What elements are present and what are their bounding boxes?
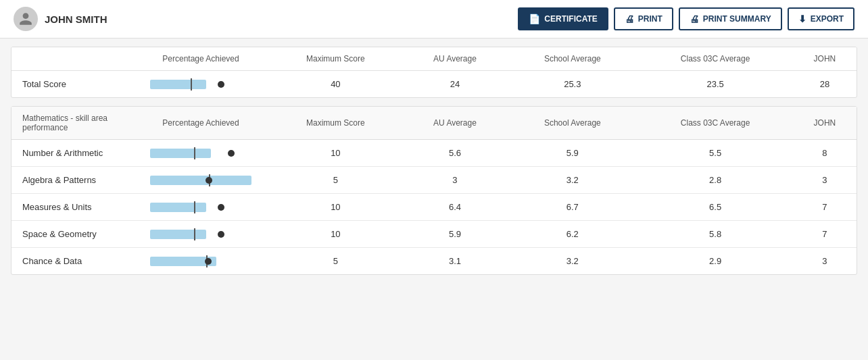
- total-bar: [150, 78, 251, 91]
- skill-au-avg: 3.1: [403, 248, 507, 275]
- total-john-col: JOHN: [793, 47, 857, 71]
- print-label: PRINT: [638, 14, 662, 24]
- skill-bar-marker: [194, 228, 195, 240]
- skill-bar-fill: [150, 203, 206, 212]
- skill-bar-dot: [218, 231, 224, 238]
- skill-john-score: 3: [793, 167, 857, 194]
- skill-john-score: 8: [793, 140, 857, 167]
- skill-bar: [150, 174, 251, 186]
- skill-class-avg: 6.5: [637, 194, 792, 221]
- toolbar-buttons: 📄 CERTIFICATE 🖨 PRINT 🖨 PRINT SUMMARY ⬇ …: [518, 7, 854, 30]
- total-school-avg: 25.3: [507, 71, 637, 98]
- certificate-icon: 📄: [529, 14, 540, 24]
- print-icon: 🖨: [625, 14, 634, 24]
- skill-bar-marker: [194, 147, 195, 159]
- skill-au-avg: 5.6: [403, 140, 507, 167]
- total-max-col: Maximum Score: [268, 47, 403, 71]
- skill-john-score: 7: [793, 194, 857, 221]
- skill-row: Chance & Data 5 3.1 3.2 2.9 3: [11, 248, 857, 275]
- skill-class-avg: 2.8: [637, 167, 792, 194]
- certificate-label: CERTIFICATE: [544, 14, 597, 24]
- skill-school-avg: 6.2: [507, 221, 637, 248]
- skill-bar: [150, 201, 251, 213]
- skill-label-col: Mathematics - skill area performance: [11, 107, 133, 140]
- skill-row: Measures & Units 10 6.4 6.7 6.5 7: [11, 194, 857, 221]
- skill-john-score: 3: [793, 248, 857, 275]
- skill-max-score: 10: [268, 221, 403, 248]
- export-label: EXPORT: [811, 14, 844, 24]
- skill-school-avg: 3.2: [507, 248, 637, 275]
- skill-au-avg: 6.4: [403, 194, 507, 221]
- skill-john-col: JOHN: [793, 107, 857, 140]
- total-header-row: Percentage Achieved Maximum Score AU Ave…: [11, 47, 857, 71]
- skill-bar-dot: [205, 258, 212, 265]
- print-summary-label: PRINT SUMMARY: [703, 14, 771, 24]
- skill-bar-fill: [150, 230, 206, 239]
- skill-class-avg: 5.5: [637, 140, 792, 167]
- skill-row: Algebra & Patterns 5 3 3.2 2.8 3: [11, 167, 857, 194]
- skill-max-score: 10: [268, 194, 403, 221]
- skill-row-label: Chance & Data: [11, 248, 133, 275]
- skill-row: Space & Geometry 10 5.9 6.2 5.8 7: [11, 221, 857, 248]
- skill-class-avg: 5.8: [637, 221, 792, 248]
- main-content: Percentage Achieved Maximum Score AU Ave…: [0, 38, 868, 291]
- skill-au-avg: 5.9: [403, 221, 507, 248]
- skill-au-col: AU Average: [403, 107, 507, 140]
- skill-row: Number & Arithmetic 10 5.6 5.9 5.5 8: [11, 140, 857, 167]
- skill-bar-dot: [218, 204, 224, 211]
- skill-bar-fill: [150, 176, 251, 185]
- skill-max-score: 10: [268, 140, 403, 167]
- skill-bar: [150, 228, 251, 240]
- certificate-button[interactable]: 📄 CERTIFICATE: [518, 7, 608, 30]
- total-bar-fill: [150, 80, 206, 89]
- total-class-col: Class 03C Average: [637, 47, 792, 71]
- total-school-col: School Average: [507, 47, 637, 71]
- total-label-col: [11, 47, 133, 71]
- skill-row-label: Measures & Units: [11, 194, 133, 221]
- total-bar-cell: [133, 71, 268, 98]
- total-class-avg: 23.5: [637, 71, 792, 98]
- skill-bar-dot: [206, 177, 212, 184]
- skill-row-label: Space & Geometry: [11, 221, 133, 248]
- skill-bar-cell: [133, 221, 268, 248]
- total-john-score: 28: [793, 71, 857, 98]
- total-pct-col: Percentage Achieved: [133, 47, 268, 71]
- total-au-col: AU Average: [403, 47, 507, 71]
- skill-bar-marker: [194, 201, 195, 213]
- total-score-section: Percentage Achieved Maximum Score AU Ave…: [11, 47, 857, 98]
- user-name: JOHN SMITH: [45, 14, 107, 25]
- skill-max-score: 5: [268, 248, 403, 275]
- skill-pct-col: Percentage Achieved: [133, 107, 268, 140]
- skill-school-avg: 5.9: [507, 140, 637, 167]
- skill-bar-cell: [133, 248, 268, 275]
- skill-school-avg: 6.7: [507, 194, 637, 221]
- export-button[interactable]: ⬇ EXPORT: [788, 7, 854, 30]
- skill-class-col: Class 03C Average: [637, 107, 792, 140]
- skill-row-label: Algebra & Patterns: [11, 167, 133, 194]
- user-icon: [18, 11, 33, 26]
- skill-area-table: Mathematics - skill area performance Per…: [11, 107, 857, 274]
- total-bar-dot: [218, 81, 224, 88]
- skill-school-col: School Average: [507, 107, 637, 140]
- skill-bar-cell: [133, 140, 268, 167]
- skill-bar-fill: [150, 149, 211, 158]
- export-icon: ⬇: [798, 14, 806, 24]
- skill-bar: [150, 147, 251, 159]
- user-info: JOHN SMITH: [14, 7, 107, 31]
- print-button[interactable]: 🖨 PRINT: [614, 7, 673, 30]
- skill-school-avg: 3.2: [507, 167, 637, 194]
- print-summary-button[interactable]: 🖨 PRINT SUMMARY: [679, 7, 782, 30]
- skill-bar-dot: [228, 150, 235, 157]
- skill-area-section: Mathematics - skill area performance Per…: [11, 106, 857, 275]
- skill-bar-cell: [133, 194, 268, 221]
- skill-max-col: Maximum Score: [268, 107, 403, 140]
- total-score-row: Total Score 40 24 25.3 23.5 28: [11, 71, 857, 98]
- skill-row-label: Number & Arithmetic: [11, 140, 133, 167]
- total-score-label: Total Score: [11, 71, 133, 98]
- skill-header-row: Mathematics - skill area performance Per…: [11, 107, 857, 140]
- skill-au-avg: 3: [403, 167, 507, 194]
- skill-bar-cell: [133, 167, 268, 194]
- skill-john-score: 7: [793, 221, 857, 248]
- avatar: [14, 7, 38, 31]
- skill-bar: [150, 255, 251, 267]
